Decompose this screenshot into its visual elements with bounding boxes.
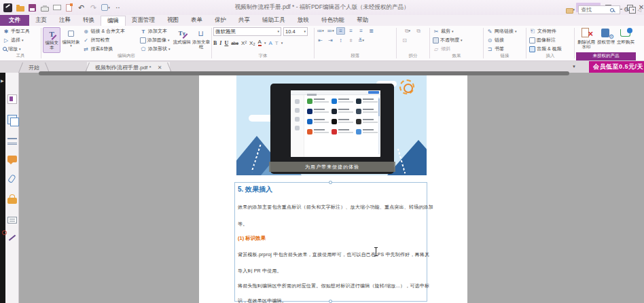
zoom-button[interactable]: 缩放▾ [1,45,39,53]
comments-panel-icon[interactable] [7,156,17,162]
horizontal-scrollbar[interactable] [39,71,569,75]
gear-caret-icon[interactable]: ▾ [632,8,634,12]
search-replace-button[interactable]: ⇄搜索&替换 [82,45,137,53]
bullet-list-button[interactable]: ≔▾ [316,27,325,35]
subscript-button[interactable]: X₂ [249,40,255,46]
attachments-panel-icon[interactable] [7,174,16,183]
selection-handle-bottom[interactable] [329,300,332,303]
bookmark-button[interactable]: ⊐书签 [485,45,524,53]
opacity-button[interactable]: 不透明度▾ [431,36,482,44]
tab-page-manage[interactable]: 页面管理 [126,16,161,26]
paragraph-spacing-button[interactable]: ≚▾ [357,37,365,44]
gear-icon[interactable]: ⚙ [624,7,629,13]
underline-button[interactable]: U [224,40,228,46]
add-article-box-button[interactable]: ⊔ 添加文章框 [192,27,210,53]
split-text-button[interactable]: ⧉▾ [404,27,412,35]
tab-home[interactable]: 主页 [29,16,53,26]
search-icon[interactable] [610,8,614,12]
member-promo-banner[interactable]: 会员低至0.5元/天 [589,61,644,73]
image-annotation-button[interactable]: 图像标注 [528,36,573,44]
find-in-files-icon[interactable]: ▾ [566,5,575,14]
increase-indent-button[interactable]: ⇥ [326,37,335,44]
remove-trial-watermark-button[interactable]: 删除试用水印 [577,28,595,50]
font-family-select[interactable]: 微软雅黑▾ [213,27,281,36]
add-shape-button[interactable]: ⬠添加形状▾ [139,45,172,53]
numbered-list-button[interactable]: ≕▾ [326,27,335,35]
split-box-button[interactable]: ⊡ [400,37,409,44]
italic-button[interactable]: I [219,40,221,46]
tab-comment[interactable]: 注释 [53,16,77,26]
edit-text-button[interactable]: T 编辑文本 [43,27,60,53]
body-text-line[interactable]: 识，在效果区中编辑。 [238,298,287,303]
tab-convert[interactable]: 转换 [77,16,101,26]
align-left-button[interactable]: ≡ [336,27,345,35]
link-button[interactable]: ⊙链接 [485,36,524,44]
merge-split-button[interactable]: ⧉ [414,27,423,35]
security-panel-icon[interactable] [7,198,17,204]
line-spacing-button[interactable]: ↕ [336,37,345,44]
edit-object-button[interactable]: 编辑对象▾ [62,27,79,53]
select-button[interactable]: ▷选择▾ [1,36,39,44]
email-icon[interactable] [52,3,61,12]
superscript-button[interactable]: X² [241,40,247,46]
tab-present[interactable]: 放映 [291,16,315,26]
save-icon[interactable] [28,3,37,12]
page-illustration-image[interactable]: 为用户带来便捷的体验 [236,75,427,175]
undo-icon[interactable]: ↶ [77,3,86,12]
close-tab-icon[interactable]: ✕ [158,65,162,71]
body-text-line[interactable]: 导入到 PR 中使用。 [238,268,282,274]
pdf-page[interactable]: 为用户带来便捷的体验 5. 效果插入 效果的添加主要包含重点标识（箭头和文字标注… [199,75,467,303]
buy-now-button[interactable]: 立即购买 [617,28,634,50]
fields-panel-icon[interactable] [7,217,17,224]
print-icon[interactable] [40,3,49,12]
shear-button[interactable]: ▱倾斜 [431,45,482,53]
tab-file[interactable]: 文件 [0,15,29,26]
bookmarks-panel-icon[interactable] [7,94,17,104]
tab-edit[interactable]: 编辑 [101,16,126,26]
text-style-button[interactable]: T [275,40,279,46]
customize-toolbar-icon[interactable]: ▪ ▪ [113,3,122,12]
align-justify-button[interactable]: ≣ [367,27,376,35]
tab-accessibility[interactable]: 辅助工具 [256,16,291,26]
body-text-line[interactable]: 效果的添加主要包含重点标识（箭头和文字标注）、放大缩小功能、重点突出、转场的添加 [238,204,433,211]
tab-share[interactable]: 共享 [232,16,256,26]
tab-list-caret-icon[interactable]: ▼ [572,65,576,69]
collapse-ribbon-icon[interactable]: ◁ [638,7,641,13]
weblink-button[interactable]: ✎网络链接▾ [485,27,524,35]
tab-form[interactable]: 表单 [185,16,209,26]
license-manage-button[interactable]: 授权管理 [597,28,615,50]
new-document-icon[interactable] [65,3,73,12]
page-thumbnails-icon[interactable] [7,115,17,124]
open-file-icon[interactable] [16,3,24,12]
layers-panel-icon[interactable] [7,138,17,145]
tab-view[interactable]: 视图 [161,16,185,26]
char-spacing-button[interactable]: A [268,40,272,46]
body-text-line[interactable]: 背景模板.prproj 中包含箭头效果，直接使用即可，也可以自己在 PS 中先制… [238,251,429,258]
expand-panel-icon[interactable]: ▶ [1,78,4,83]
hand-tool-button[interactable]: ✱手型工具 [1,27,39,35]
bold-button[interactable]: B [213,40,217,46]
font-size-select[interactable]: 10.4▾ [283,27,308,36]
align-center-button[interactable]: ≡ [346,27,355,35]
tab-protect[interactable]: 保护 [209,16,232,26]
annotate-tool-icon[interactable]: ▾ [101,3,110,12]
tab-features[interactable]: 特色功能 [315,16,351,26]
body-text-line[interactable]: 将箭头拖到编辑区中所需的对应位置。假如想对标识进行编辑（旋转/缩放...），可选… [238,283,429,289]
align-right-button[interactable]: ≡ [357,27,365,35]
section-heading[interactable]: 5. 效果插入 [238,185,272,194]
char-scale-button[interactable]: ǂ [346,37,355,44]
selection-handle-top[interactable] [329,181,332,184]
search-box[interactable] [578,5,620,14]
strikethrough-button[interactable]: abe [231,41,238,46]
flow-edit-button[interactable]: Tт 流式编辑 [173,27,191,53]
subsection-heading[interactable]: (1) 标识效果 [238,235,266,242]
decrease-indent-button[interactable]: ⇤ [316,37,325,44]
file-attachment-button[interactable]: ⎗文件附件 [528,27,573,35]
tab-help[interactable]: 帮助 [351,16,374,26]
crop-button[interactable]: ✂裁剪▾ [431,27,482,35]
audio-video-button[interactable]: 音频 & 视频 [528,45,573,53]
body-text-line[interactable]: 等。 [238,221,247,228]
font-color-button[interactable]: A [258,39,262,46]
redo-icon[interactable]: ↷ [89,3,98,12]
search-input[interactable] [579,7,610,13]
